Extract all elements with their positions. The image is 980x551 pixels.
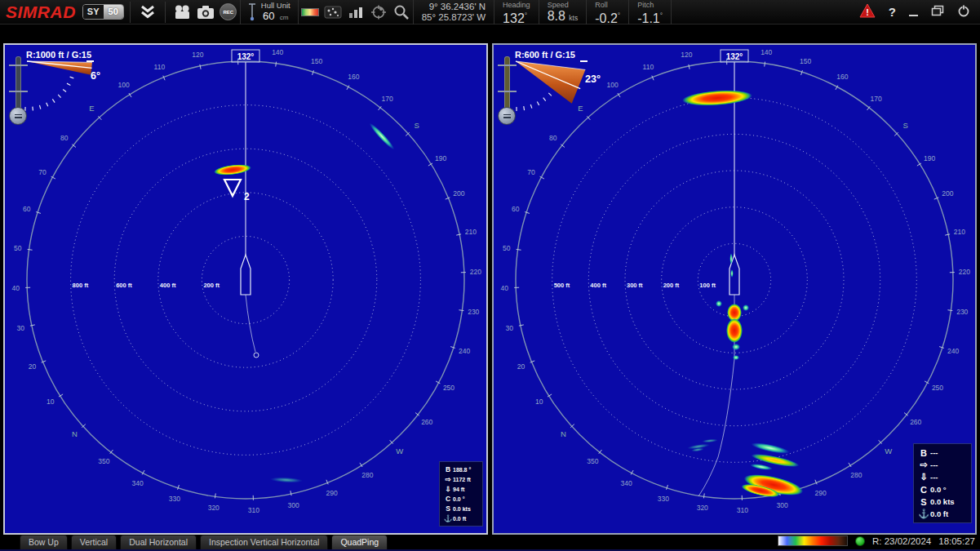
zoom-button[interactable] — [390, 2, 413, 22]
window-restore-icon — [931, 5, 944, 16]
restore-button[interactable] — [931, 5, 944, 20]
echo-display-button[interactable] — [321, 2, 344, 22]
compass-tick — [215, 493, 215, 498]
echo-color-scale[interactable] — [778, 535, 848, 546]
video-record-button[interactable] — [171, 2, 194, 22]
compass-tick — [945, 234, 950, 235]
compass-label: 110 — [643, 63, 654, 71]
tab-vertical[interactable]: Vertical — [71, 535, 117, 549]
compass-label: E — [89, 104, 94, 113]
compass-label: 80 — [549, 134, 557, 142]
compass-tick — [765, 62, 765, 67]
gps-position-readout: 9° 36.2436' N 85° 25.8723' W — [413, 0, 494, 24]
histogram-button[interactable] — [344, 2, 367, 22]
compass-label: 320 — [208, 504, 220, 512]
range-gain-label: R:600 ft / G:15 — [515, 50, 575, 60]
sonar-echo — [730, 269, 734, 278]
compass-tick — [456, 234, 461, 235]
target-info-box: B188.8 °⇨1172 ft⇩94 ftC0.0 °S0.0 kts⚓0.0… — [439, 461, 483, 527]
heading-label: Heading — [503, 1, 530, 9]
info-row-value: 0.0 kts — [453, 506, 479, 512]
compass-tick — [28, 249, 33, 250]
heading-value: 132 — [503, 11, 525, 25]
compass-label: 60 — [512, 205, 520, 213]
info-row-icon: C — [443, 495, 453, 503]
sonar-echo — [750, 463, 774, 472]
sonar-display-left[interactable]: 200 ft400 ft600 ft800 ftN102030405060708… — [5, 45, 486, 533]
sonar-echo — [681, 88, 752, 108]
range-ring-label: 400 ft — [590, 282, 606, 289]
compass-label: 20 — [517, 362, 525, 371]
info-row-icon: ⚓ — [917, 509, 930, 519]
tilt-slider[interactable] — [497, 56, 518, 128]
info-row-icon: ⚓ — [443, 514, 453, 522]
palette-icon — [301, 8, 319, 16]
tilt-slider-handle[interactable] — [498, 107, 516, 125]
pitch-cell: Pitch -1.1° — [629, 0, 672, 24]
power-button[interactable] — [957, 4, 970, 20]
range-ring-label: 300 ft — [627, 282, 643, 289]
compass-tick — [30, 325, 35, 326]
target-tracking-button[interactable] — [367, 2, 390, 22]
compass-label: N — [561, 429, 566, 438]
compass-label: S — [902, 121, 907, 130]
rec-button[interactable]: REC — [217, 2, 240, 22]
info-row-value: 0.0 ° — [930, 485, 968, 494]
info-row-icon: B — [917, 448, 930, 458]
compass-label: 80 — [60, 134, 69, 142]
compass-label: 210 — [465, 228, 477, 236]
compass-tick — [200, 64, 201, 69]
compass-label: 10 — [535, 398, 543, 406]
tab-dual-horizontal[interactable]: Dual Horizontal — [120, 535, 197, 549]
range-ring-label: 600 ft — [116, 282, 132, 289]
tilt-slider-handle[interactable] — [9, 107, 27, 125]
compass-label: 60 — [23, 205, 31, 213]
sonar-display-right[interactable]: 100 ft200 ft300 ft400 ft500 ftN102030405… — [494, 45, 975, 533]
tab-bow-up[interactable]: Bow Up — [20, 535, 68, 549]
tab-inspection-vertical-horizontal[interactable]: Inspection Vertical Horizontal — [200, 535, 328, 549]
tilt-scale-tick — [63, 89, 66, 91]
collapse-menu-button[interactable] — [136, 2, 159, 22]
info-row: ⇩94 ft — [443, 484, 479, 494]
compass-label: 10 — [47, 398, 55, 406]
tilt-scale-tick — [39, 105, 40, 109]
compass-tick — [947, 310, 952, 311]
pitch-value: -1.1 — [637, 11, 660, 25]
crosshair-target-icon — [370, 5, 387, 20]
info-row-icon: C — [917, 485, 930, 495]
compass-label: 220 — [470, 268, 481, 276]
bottom-bar: Bow UpVerticalDual HorizontalInspection … — [0, 535, 980, 549]
info-row-value: 188.8 ° — [453, 467, 479, 473]
tilt-slider[interactable] — [8, 56, 29, 128]
compass-label: W — [396, 447, 403, 455]
screenshot-button[interactable] — [194, 2, 217, 22]
hull-unit-control[interactable]: Hull Unit 60 cm — [240, 0, 299, 24]
roll-value: -0.2 — [595, 11, 618, 25]
info-row: C0.0 ° — [443, 494, 479, 504]
color-palette-button[interactable] — [299, 2, 321, 22]
compass-label: 150 — [311, 57, 322, 65]
tab-quadping[interactable]: QuadPing — [331, 535, 388, 549]
tilt-scale-tick — [67, 83, 70, 85]
hull-unit-gauge-icon — [248, 2, 256, 22]
info-row-value: 0.0 ft — [930, 509, 968, 518]
power-icon — [957, 4, 970, 17]
compass-tick — [939, 347, 944, 349]
info-row: S0.0 kts — [443, 504, 479, 513]
sonar-panel-left: 200 ft400 ft600 ft800 ftN102030405060708… — [3, 43, 488, 535]
recording-status-icon — [855, 536, 865, 546]
help-button[interactable]: ? — [889, 5, 896, 19]
brand-logo: SIMRAD — [6, 2, 76, 22]
compass-label: 240 — [459, 347, 470, 355]
compass-label: 300 — [288, 501, 299, 509]
heading-unit: ° — [525, 11, 527, 20]
sonar-echo — [751, 441, 791, 456]
range-ring-label: 800 ft — [73, 282, 89, 289]
window-controls: ! ? — [859, 3, 970, 21]
compass-label: 290 — [326, 489, 338, 497]
roll-cell: Roll -0.2° — [587, 0, 629, 24]
alarm-warning-icon: ! — [859, 3, 876, 18]
app-window: SIMRAD SY 50 REC — [0, 0, 980, 551]
minimize-button[interactable] — [909, 15, 918, 16]
alarm-button[interactable]: ! — [859, 3, 876, 21]
